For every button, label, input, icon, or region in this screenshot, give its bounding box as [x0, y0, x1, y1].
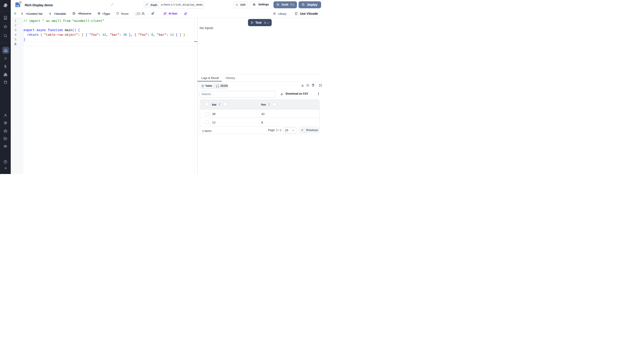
svg-text:TS: TS — [16, 4, 19, 7]
